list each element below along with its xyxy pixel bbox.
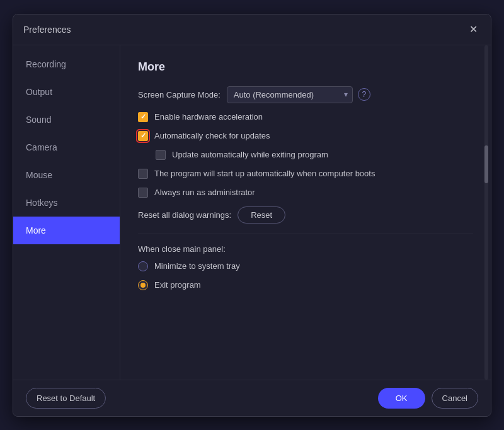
screen-capture-label: Screen Capture Mode:	[138, 90, 220, 99]
exit-program-row: Exit program	[138, 280, 473, 290]
preferences-dialog: Preferences ✕ Recording Output Sound Cam…	[13, 14, 491, 417]
sidebar-item-more[interactable]: More	[13, 217, 120, 244]
checkmark-icon-2: ✓	[140, 132, 146, 140]
screen-capture-dropdown[interactable]: Auto (Recommended)	[227, 86, 353, 103]
start-boot-label[interactable]: The program will start up automatically …	[154, 169, 375, 178]
ok-button[interactable]: OK	[378, 388, 425, 409]
sidebar-item-mouse[interactable]: Mouse	[13, 161, 120, 189]
cancel-button[interactable]: Cancel	[432, 388, 478, 409]
content-area: More Screen Capture Mode: Auto (Recommen…	[120, 45, 491, 380]
divider	[138, 234, 473, 234]
exit-program-radio[interactable]	[138, 280, 148, 290]
auto-update-checkbox[interactable]: ✓	[138, 131, 148, 141]
run-admin-checkbox[interactable]	[138, 188, 148, 198]
update-exit-checkbox[interactable]	[156, 150, 166, 160]
hw-accel-row: ✓ Enable hardware acceleration	[138, 112, 473, 122]
main-content: Recording Output Sound Camera Mouse Hotk…	[13, 45, 491, 380]
start-boot-row: The program will start up automatically …	[138, 169, 473, 179]
radio-dot	[140, 283, 146, 288]
update-exit-label[interactable]: Update automatically while exiting progr…	[172, 150, 328, 159]
exit-program-label[interactable]: Exit program	[154, 280, 201, 290]
scrollbar-thumb[interactable]	[484, 145, 488, 183]
scrollbar[interactable]	[484, 45, 488, 380]
section-title: More	[138, 60, 473, 74]
checkmark-icon: ✓	[140, 113, 146, 121]
sidebar-item-output[interactable]: Output	[13, 78, 120, 106]
when-close-label: When close main panel:	[138, 244, 473, 254]
run-admin-row: Always run as administrator	[138, 188, 473, 198]
title-bar: Preferences ✕	[13, 14, 491, 45]
help-icon[interactable]: ?	[358, 88, 370, 101]
update-exit-row: Update automatically while exiting progr…	[156, 150, 473, 160]
sidebar-item-sound[interactable]: Sound	[13, 106, 120, 133]
dropdown-wrapper: Auto (Recommended) ▾ ?	[227, 86, 370, 103]
reset-dialog-label: Reset all dialog warnings:	[138, 210, 231, 220]
footer-left: Reset to Default	[26, 388, 106, 409]
screen-capture-dropdown-container: Auto (Recommended) ▾	[227, 86, 353, 103]
close-button[interactable]: ✕	[466, 22, 481, 37]
sidebar-item-hotkeys[interactable]: Hotkeys	[13, 189, 120, 217]
run-admin-label[interactable]: Always run as administrator	[154, 188, 255, 197]
footer: Reset to Default OK Cancel	[13, 380, 491, 416]
sidebar-item-camera[interactable]: Camera	[13, 133, 120, 161]
auto-update-label[interactable]: Automatically check for updates	[154, 131, 270, 140]
minimize-tray-label[interactable]: Minimize to system tray	[154, 261, 240, 271]
screen-capture-row: Screen Capture Mode: Auto (Recommended) …	[138, 86, 473, 103]
auto-update-row: ✓ Automatically check for updates	[138, 131, 473, 141]
hw-accel-checkbox[interactable]: ✓	[138, 112, 148, 122]
minimize-tray-radio[interactable]	[138, 261, 148, 271]
footer-right: OK Cancel	[378, 388, 478, 409]
sidebar: Recording Output Sound Camera Mouse Hotk…	[13, 45, 120, 380]
minimize-tray-row: Minimize to system tray	[138, 261, 473, 271]
sidebar-item-recording[interactable]: Recording	[13, 50, 120, 78]
reset-default-button[interactable]: Reset to Default	[26, 388, 106, 409]
reset-dialog-button[interactable]: Reset	[238, 207, 285, 223]
reset-dialog-row: Reset all dialog warnings: Reset	[138, 207, 473, 223]
start-boot-checkbox[interactable]	[138, 169, 148, 179]
dialog-title: Preferences	[23, 25, 71, 35]
hw-accel-label[interactable]: Enable hardware acceleration	[154, 112, 263, 122]
